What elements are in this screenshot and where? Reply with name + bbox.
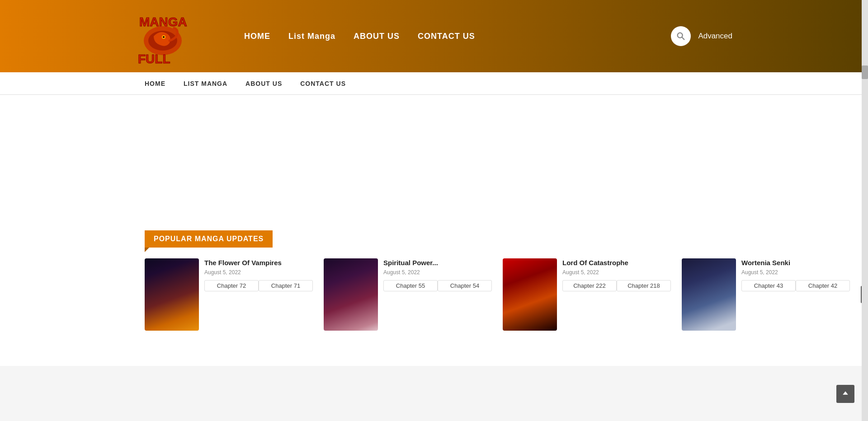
main-content: POPULAR MANGA UPDATES The Flower Of Vamp… — [0, 95, 868, 366]
sec-nav-home[interactable]: HOME — [145, 80, 165, 87]
manga-title: The Flower Of Vampires — [204, 258, 313, 267]
manga-cover[interactable] — [324, 258, 378, 331]
nav-home[interactable]: HOME — [244, 32, 270, 41]
advertisement-area — [145, 104, 723, 221]
manga-info: Spiritual Power...August 5, 2022Chapter … — [383, 258, 492, 294]
manga-cover[interactable] — [682, 258, 736, 331]
sec-nav-contact-us[interactable]: CONTACT US — [300, 80, 346, 87]
search-area: Advanced — [671, 26, 732, 46]
manga-list: The Flower Of VampiresAugust 5, 2022Chap… — [145, 258, 723, 331]
chapter-badge[interactable]: Chapter 55 — [383, 280, 438, 291]
manga-info: Lord Of CatastropheAugust 5, 2022Chapter… — [562, 258, 671, 294]
search-icon — [676, 31, 686, 41]
nav-about-us[interactable]: ABOUT US — [354, 32, 400, 41]
chapter-badge[interactable]: Chapter 42 — [796, 280, 850, 291]
manga-item: Lord Of CatastropheAugust 5, 2022Chapter… — [503, 258, 671, 331]
manga-item: The Flower Of VampiresAugust 5, 2022Chap… — [145, 258, 313, 331]
popular-label: POPULAR MANGA UPDATES — [145, 230, 273, 248]
svg-text:FULL: FULL — [138, 52, 170, 66]
manga-date: August 5, 2022 — [204, 269, 313, 276]
manga-item: Wortenia SenkiAugust 5, 2022Chapter 43Ch… — [682, 258, 850, 331]
manga-date: August 5, 2022 — [741, 269, 850, 276]
chapter-badge[interactable]: Chapter 222 — [562, 280, 617, 291]
logo-icon: MANGA FULL — [136, 5, 190, 68]
logo-area[interactable]: MANGA FULL — [136, 5, 190, 68]
manga-date: August 5, 2022 — [562, 269, 671, 276]
manga-cover[interactable] — [145, 258, 199, 331]
manga-date: August 5, 2022 — [383, 269, 492, 276]
scrollbar[interactable] — [862, 0, 868, 366]
manga-cover[interactable] — [503, 258, 557, 331]
sec-nav-list-manga[interactable]: LIST MANGA — [184, 80, 227, 87]
chapter-badge[interactable]: Chapter 43 — [741, 280, 796, 291]
manga-title: Wortenia Senki — [741, 258, 850, 267]
search-button[interactable] — [671, 26, 691, 46]
manga-title: Lord Of Catastrophe — [562, 258, 671, 267]
sec-nav-about-us[interactable]: ABOUT US — [245, 80, 282, 87]
manga-title: Spiritual Power... — [383, 258, 492, 267]
secondary-nav: HOME LIST MANGA ABOUT US CONTACT US — [0, 72, 868, 95]
chapter-badge[interactable]: Chapter 54 — [438, 280, 492, 291]
site-header: MANGA FULL HOME List Manga ABOUT US CONT… — [0, 0, 868, 72]
chapter-badge[interactable]: Chapter 71 — [259, 280, 313, 291]
chapter-badge[interactable]: Chapter 72 — [204, 280, 259, 291]
svg-line-7 — [682, 37, 684, 39]
chapter-badge[interactable]: Chapter 218 — [617, 280, 671, 291]
nav-contact-us[interactable]: CONTACT US — [418, 32, 475, 41]
manga-item: Spiritual Power...August 5, 2022Chapter … — [324, 258, 492, 331]
manga-info: The Flower Of VampiresAugust 5, 2022Chap… — [204, 258, 313, 294]
main-nav: HOME List Manga ABOUT US CONTACT US — [244, 32, 671, 41]
scrollbar-thumb[interactable] — [862, 65, 868, 79]
svg-point-4 — [163, 36, 165, 38]
advanced-link[interactable]: Advanced — [698, 32, 732, 41]
nav-list-manga[interactable]: List Manga — [288, 32, 335, 41]
popular-section: POPULAR MANGA UPDATES The Flower Of Vamp… — [145, 230, 723, 331]
manga-info: Wortenia SenkiAugust 5, 2022Chapter 43Ch… — [741, 258, 850, 294]
